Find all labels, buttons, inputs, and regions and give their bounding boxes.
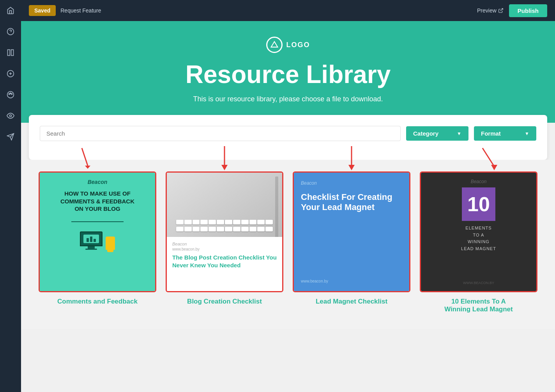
- monitor-stand: [88, 246, 95, 249]
- sidebar-item-add[interactable]: [0, 63, 21, 84]
- key: [249, 227, 257, 231]
- key: [193, 227, 200, 231]
- key: [225, 220, 232, 224]
- svg-marker-23: [491, 165, 497, 170]
- request-feature-button[interactable]: Request Feature: [60, 7, 101, 14]
- preview-button[interactable]: Preview: [477, 7, 504, 14]
- hero-subtitle: This is our resource library, please cho…: [193, 95, 383, 103]
- trophy-base: [107, 250, 113, 252]
- card-title-checklist[interactable]: Blog Creation Checklist: [187, 298, 262, 305]
- category-dropdown[interactable]: Category ▼: [406, 126, 468, 141]
- key: [217, 220, 224, 224]
- elements-text: ELEMENTS TO A WINNING LEAD MAGNET: [461, 225, 496, 252]
- keyboard-row2: [176, 227, 273, 231]
- arrow-3: [344, 146, 359, 173]
- card-10-content: Beacon 10 ELEMENTS TO A WINNING LEAD MAG…: [421, 173, 536, 291]
- bar2: [90, 237, 92, 242]
- arrow-4: [475, 146, 506, 173]
- hero-title: Resource Library: [186, 60, 391, 89]
- hero-logo: LOGO: [266, 37, 310, 53]
- svg-point-7: [7, 92, 14, 98]
- svg-rect-2: [8, 50, 10, 56]
- card-lead-heading: Checklist For Creating Your Lead Magnet: [301, 192, 402, 213]
- search-input[interactable]: [40, 126, 401, 141]
- key: [241, 220, 249, 224]
- logo-text: LOGO: [286, 41, 310, 49]
- card-image-comments[interactable]: Beacon HOW TO MAKE USE OFCOMMENTS & FEED…: [39, 171, 156, 292]
- sidebar-item-book[interactable]: [0, 42, 21, 63]
- key: [217, 227, 224, 231]
- key: [184, 227, 192, 231]
- topbar: Saved Request Feature Preview Publish: [21, 0, 555, 21]
- key: [265, 227, 273, 231]
- svg-point-8: [9, 94, 10, 95]
- format-dropdown[interactable]: Format ▼: [474, 126, 536, 141]
- content: LOGO Resource Library This is our resour…: [21, 21, 555, 392]
- key: [265, 220, 273, 224]
- card-cta-text: The Blog Post Creation Checklist You Nev…: [172, 254, 277, 269]
- key: [241, 227, 249, 231]
- bar1: [87, 238, 89, 242]
- key: [200, 227, 208, 231]
- key: [176, 220, 184, 224]
- monitor-wrap: [80, 231, 103, 250]
- card-image-checklist[interactable]: Beacon www.beacon.by The Blog Post Creat…: [166, 171, 283, 292]
- key: [233, 220, 240, 224]
- card-comments-content: Beacon HOW TO MAKE USE OFCOMMENTS & FEED…: [40, 173, 155, 291]
- sidebar-item-home[interactable]: [0, 0, 21, 21]
- key: [257, 227, 265, 231]
- svg-marker-19: [221, 165, 228, 170]
- key: [209, 227, 216, 231]
- key: [184, 220, 192, 224]
- svg-line-22: [483, 148, 494, 166]
- card-checklist-content: Beacon www.beacon.by The Blog Post Creat…: [167, 173, 282, 291]
- key: [200, 220, 208, 224]
- pen: [275, 177, 278, 237]
- chevron-down-icon: ▼: [525, 131, 529, 136]
- monitor: [80, 231, 103, 246]
- sidebar-item-palette[interactable]: [0, 84, 21, 105]
- sidebar-item-eye[interactable]: [0, 105, 21, 126]
- card-title-lead[interactable]: Lead Magnet Checklist: [316, 298, 387, 305]
- keyboard-row1: [176, 220, 273, 224]
- saved-button[interactable]: Saved: [29, 5, 56, 16]
- card-lead-content: Beacon Checklist For Creating Your Lead …: [294, 173, 409, 291]
- arrow-1: [74, 146, 97, 171]
- main-area: Saved Request Feature Preview Publish LO…: [21, 0, 555, 392]
- arrow-2: [217, 146, 232, 173]
- key: [209, 220, 216, 224]
- card-title-10[interactable]: 10 Elements To A Winning Lead Magnet: [440, 298, 518, 313]
- card-image-10[interactable]: Beacon 10 ELEMENTS TO A WINNING LEAD MAG…: [420, 171, 537, 292]
- cards-area: Beacon HOW TO MAKE USE OFCOMMENTS & FEED…: [21, 160, 555, 329]
- svg-rect-3: [11, 50, 14, 56]
- beacon-url: www.beacon.by: [301, 263, 328, 283]
- key: [193, 220, 200, 224]
- beacon-logo: Beacon: [88, 179, 108, 185]
- keyboard-image: [167, 173, 282, 237]
- search-input-wrap: [40, 126, 401, 141]
- key: [249, 220, 257, 224]
- svg-marker-15: [271, 42, 278, 47]
- chevron-down-icon: ▼: [457, 131, 461, 136]
- card-checklist-text: Beacon www.beacon.by The Blog Post Creat…: [167, 237, 282, 274]
- sidebar-item-question[interactable]: [0, 21, 21, 42]
- svg-point-9: [10, 93, 11, 94]
- hero-section: LOGO Resource Library This is our resour…: [21, 21, 555, 123]
- svg-line-14: [500, 9, 503, 11]
- card-image-lead[interactable]: Beacon Checklist For Creating Your Lead …: [293, 171, 410, 292]
- trophy: [106, 237, 115, 250]
- sidebar-item-send[interactable]: [0, 126, 21, 147]
- cards-grid: Beacon HOW TO MAKE USE OFCOMMENTS & FEED…: [39, 171, 537, 313]
- beacon-url: www.beacon.by: [172, 247, 277, 251]
- library-section: Category ▼ Format ▼: [29, 115, 547, 160]
- svg-marker-21: [348, 165, 355, 170]
- key: [176, 227, 184, 231]
- card-comments-feedback: Beacon HOW TO MAKE USE OFCOMMENTS & FEED…: [39, 171, 156, 313]
- svg-point-11: [10, 115, 12, 117]
- svg-line-16: [82, 148, 88, 166]
- publish-button[interactable]: Publish: [509, 4, 547, 17]
- screen: [83, 235, 99, 243]
- topbar-right: Preview Publish: [477, 4, 547, 17]
- key: [225, 227, 232, 231]
- card-title-comments[interactable]: Comments and Feedback: [57, 298, 138, 305]
